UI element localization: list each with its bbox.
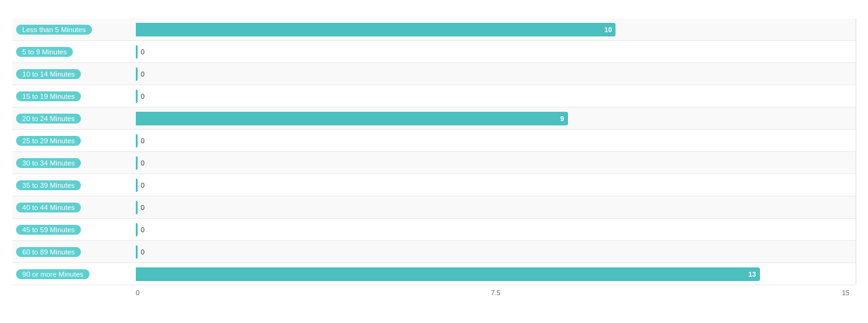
bar-value: 0 xyxy=(141,137,144,145)
x-axis-tick: 7.5 xyxy=(491,289,500,296)
bar-fill: 10 xyxy=(136,23,616,36)
bar-label-text: 30 to 34 Minutes xyxy=(16,158,81,168)
chart-container: Less than 5 Minutes105 to 9 Minutes010 t… xyxy=(0,0,868,323)
bar-label-text: 40 to 44 Minutes xyxy=(16,203,81,212)
bar-label-text: 35 to 39 Minutes xyxy=(16,180,81,190)
bar-fill xyxy=(136,67,138,81)
bar-value: 0 xyxy=(141,226,144,233)
bars-container: Less than 5 Minutes105 to 9 Minutes010 t… xyxy=(12,19,856,285)
bar-row: 60 to 89 Minutes0 xyxy=(12,241,856,263)
bar-fill xyxy=(136,45,138,59)
bar-fill xyxy=(136,245,138,259)
chart-area: Less than 5 Minutes105 to 9 Minutes010 t… xyxy=(12,19,856,299)
bar-fill xyxy=(136,156,138,170)
grid-line xyxy=(856,19,856,284)
bar-label-text: 15 to 19 Minutes xyxy=(16,91,81,101)
bar-row: 20 to 24 Minutes9 xyxy=(12,107,856,130)
bar-value: 0 xyxy=(141,159,144,167)
x-axis-tick: 0 xyxy=(136,289,140,296)
bar-row: 35 to 39 Minutes0 xyxy=(12,174,856,196)
bar-track: 0 xyxy=(136,63,856,85)
bar-fill: 13 xyxy=(136,267,760,281)
bar-value: 0 xyxy=(141,70,144,78)
bar-value: 13 xyxy=(748,271,756,278)
bar-label: 25 to 29 Minutes xyxy=(12,130,136,151)
bar-label-text: 25 to 29 Minutes xyxy=(16,136,81,146)
bar-label-text: Less than 5 Minutes xyxy=(16,25,92,35)
bar-fill xyxy=(136,90,138,103)
bar-row: 30 to 34 Minutes0 xyxy=(12,152,856,174)
bar-row: 40 to 44 Minutes0 xyxy=(12,196,856,219)
bar-track: 0 xyxy=(136,241,856,262)
bar-track: 0 xyxy=(136,41,856,62)
bar-label-text: 10 to 14 Minutes xyxy=(16,69,81,79)
x-axis-tick: 15 xyxy=(842,289,849,296)
bar-label: 30 to 34 Minutes xyxy=(12,152,136,174)
bar-label-text: 90 or more Minutes xyxy=(16,269,90,279)
bar-label-text: 45 to 59 Minutes xyxy=(16,225,81,235)
bar-track: 0 xyxy=(136,85,856,107)
bar-row: 15 to 19 Minutes0 xyxy=(12,85,856,107)
bar-value: 0 xyxy=(141,48,144,56)
bar-value: 10 xyxy=(604,26,612,33)
bar-row: 90 or more Minutes13 xyxy=(12,263,856,285)
bar-label: 5 to 9 Minutes xyxy=(12,41,136,62)
bar-track: 0 xyxy=(136,219,856,240)
bar-label: 40 to 44 Minutes xyxy=(12,196,136,218)
bar-label: Less than 5 Minutes xyxy=(12,19,136,40)
bar-value: 0 xyxy=(141,248,144,256)
bar-track: 0 xyxy=(136,152,856,174)
bar-label: 15 to 19 Minutes xyxy=(12,85,136,107)
bar-track: 0 xyxy=(136,196,856,218)
bar-fill xyxy=(136,223,138,237)
bar-row: 5 to 9 Minutes0 xyxy=(12,41,856,63)
bar-track: 13 xyxy=(136,263,856,285)
bar-label-text: 60 to 89 Minutes xyxy=(16,247,81,257)
bar-fill xyxy=(136,178,138,192)
bar-row: 25 to 29 Minutes0 xyxy=(12,130,856,152)
bar-row: 10 to 14 Minutes0 xyxy=(12,63,856,85)
bar-fill xyxy=(136,201,138,214)
bar-track: 0 xyxy=(136,174,856,196)
bar-track: 9 xyxy=(136,107,856,129)
bar-track: 0 xyxy=(136,130,856,151)
bar-label: 45 to 59 Minutes xyxy=(12,219,136,240)
bar-fill: 9 xyxy=(136,112,568,125)
bar-label: 10 to 14 Minutes xyxy=(12,63,136,85)
bar-row: Less than 5 Minutes10 xyxy=(12,19,856,41)
bar-value: 0 xyxy=(141,93,144,100)
bar-value: 0 xyxy=(141,182,144,189)
bar-label: 60 to 89 Minutes xyxy=(12,241,136,262)
bar-value: 9 xyxy=(560,115,564,122)
bar-value: 0 xyxy=(141,204,144,211)
bar-fill xyxy=(136,134,138,148)
bar-row: 45 to 59 Minutes0 xyxy=(12,219,856,241)
bar-label-text: 20 to 24 Minutes xyxy=(16,114,81,124)
bar-label: 35 to 39 Minutes xyxy=(12,174,136,196)
bar-label: 90 or more Minutes xyxy=(12,263,136,285)
bar-label-text: 5 to 9 Minutes xyxy=(16,47,73,57)
bar-label: 20 to 24 Minutes xyxy=(12,107,136,129)
bar-track: 10 xyxy=(136,19,856,40)
x-axis: 07.515 xyxy=(136,287,856,299)
